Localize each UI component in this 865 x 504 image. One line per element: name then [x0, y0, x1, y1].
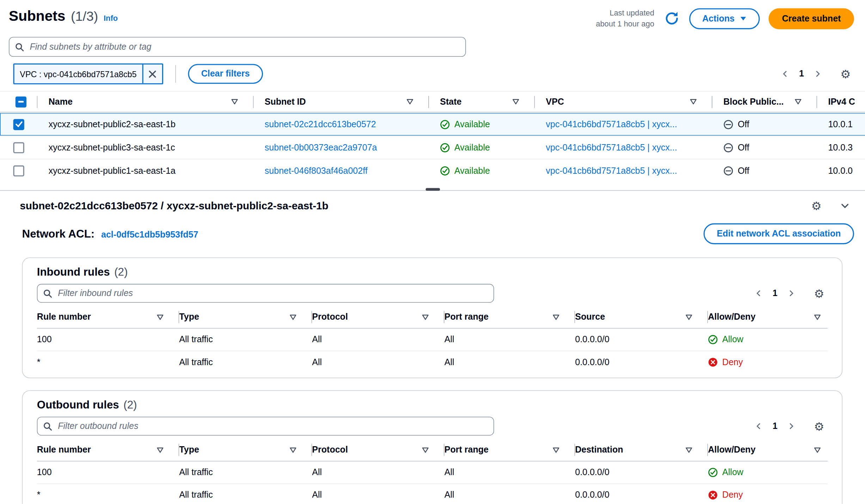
deny-icon: [708, 357, 718, 367]
outbound-settings-button[interactable]: ⚙: [811, 420, 828, 432]
subnet-id-link[interactable]: subnet-046f803af46a002ff: [265, 166, 368, 176]
column-header-allow-deny[interactable]: Allow/Deny: [708, 306, 827, 328]
off-icon: [723, 166, 733, 176]
filter-triangle-icon: [685, 447, 692, 453]
rule-source: 0.0.0.0/0: [575, 357, 708, 367]
search-icon: [43, 422, 53, 431]
current-page: 1: [799, 69, 804, 79]
selected-count: (1/3): [71, 9, 98, 24]
rule-port-range: All: [444, 490, 575, 500]
row-checkbox[interactable]: [13, 165, 24, 176]
inbound-filter[interactable]: [37, 284, 494, 303]
edit-network-acl-button[interactable]: Edit network ACL association: [704, 223, 854, 244]
create-subnet-button[interactable]: Create subnet: [769, 8, 854, 29]
gear-icon: ⚙: [814, 287, 824, 300]
rule-destination: 0.0.0.0/0: [575, 468, 708, 478]
split-panel-drag-handle[interactable]: [425, 188, 440, 191]
next-page-button[interactable]: [786, 421, 796, 431]
vpc-filter-token: VPC : vpc-041cb6bd7571a8cb5: [13, 63, 163, 84]
inbound-settings-button[interactable]: ⚙: [811, 287, 828, 300]
ipv4-cidr: 10.0.1: [817, 113, 865, 136]
filter-triangle-icon: [422, 447, 429, 453]
rule-port-range: All: [444, 468, 575, 478]
outbound-filter-input[interactable]: [57, 421, 488, 432]
rule-protocol: All: [312, 490, 444, 500]
rule-type: All traffic: [179, 357, 312, 367]
rule-port-range: All: [444, 335, 575, 345]
column-header-type[interactable]: Type: [179, 439, 312, 461]
column-header-rule-number[interactable]: Rule number: [37, 439, 179, 461]
column-header-protocol[interactable]: Protocol: [312, 306, 444, 328]
column-header-allow-deny[interactable]: Allow/Deny: [708, 439, 827, 461]
rule-row: * All traffic All All 0.0.0.0/0 Deny: [37, 484, 828, 504]
filter-triangle-icon: [685, 314, 692, 320]
block-public-value: Off: [738, 119, 749, 129]
row-checkbox[interactable]: [13, 119, 24, 130]
column-header-source[interactable]: Source: [575, 306, 708, 328]
table-row: xycxz-subnet-public3-sa-east-1c subnet-0…: [0, 136, 865, 159]
column-header-vpc[interactable]: VPC: [535, 92, 712, 112]
panel-settings-button[interactable]: ⚙: [808, 200, 825, 213]
subnet-search[interactable]: [9, 37, 466, 57]
search-row: [0, 29, 865, 57]
column-header-subnet-id[interactable]: Subnet ID: [254, 92, 429, 112]
column-header-rule-number[interactable]: Rule number: [37, 306, 179, 328]
clear-filters-button[interactable]: Clear filters: [188, 64, 263, 84]
outbound-title: Outbound rules: [37, 399, 119, 411]
prev-page-button[interactable]: [754, 288, 764, 298]
subnet-id-link[interactable]: subnet-02c21dcc613be0572: [265, 119, 376, 129]
select-all-cell: [0, 92, 37, 112]
column-header-state[interactable]: State: [429, 92, 535, 112]
column-header-port-range[interactable]: Port range: [444, 306, 575, 328]
select-all-checkbox[interactable]: [16, 96, 26, 107]
filter-triangle-icon: [552, 447, 559, 453]
column-header-protocol[interactable]: Protocol: [312, 439, 444, 461]
table-row: xycxz-subnet-public1-sa-east-1a subnet-0…: [0, 159, 865, 182]
close-icon: [148, 70, 157, 78]
table-settings-button[interactable]: ⚙: [837, 68, 854, 80]
network-acl-link[interactable]: acl-0df5c1db5b953fd57: [101, 230, 198, 240]
next-page-button[interactable]: [813, 69, 823, 79]
rule-number: *: [37, 490, 179, 500]
split-panel-divider: [0, 185, 865, 195]
inbound-count: (2): [114, 266, 128, 278]
network-acl-row: Network ACL: acl-0df5c1db5b953fd57 Edit …: [20, 223, 854, 244]
row-checkbox[interactable]: [13, 142, 24, 153]
filter-triangle-icon: [512, 99, 519, 105]
subnet-state: Available: [454, 166, 490, 176]
prev-page-button[interactable]: [780, 69, 790, 79]
column-header-ipv4[interactable]: IPv4 C: [817, 92, 865, 112]
prev-page-button[interactable]: [754, 421, 764, 431]
rule-decision: Deny: [722, 357, 743, 367]
vpc-link[interactable]: vpc-041cb6bd7571a8cb5 | xycx...: [546, 119, 677, 129]
actions-button[interactable]: Actions: [689, 8, 760, 29]
outbound-rules-card: Outbound rules (2) 1: [22, 391, 843, 504]
filter-row: VPC : vpc-041cb6bd7571a8cb5 Clear filter…: [0, 63, 865, 84]
page-title: Subnets: [9, 8, 65, 25]
filter-triangle-icon: [231, 99, 238, 105]
filter-triangle-icon: [690, 99, 697, 105]
last-updated: Last updated about 1 hour ago: [596, 8, 655, 29]
inbound-filter-input[interactable]: [57, 288, 488, 299]
next-page-button[interactable]: [786, 288, 796, 298]
vpc-link[interactable]: vpc-041cb6bd7571a8cb5 | xycx...: [546, 166, 677, 176]
page-header: Subnets (1/3) Info Last updated about 1 …: [0, 0, 865, 29]
refresh-button[interactable]: [663, 10, 680, 27]
filter-triangle-icon: [289, 314, 296, 320]
column-header-name[interactable]: Name: [37, 92, 253, 112]
subnet-id-link[interactable]: subnet-0b00373eac2a9707a: [265, 143, 377, 153]
outbound-filter[interactable]: [37, 417, 494, 436]
filter-triangle-icon: [422, 314, 429, 320]
column-header-type[interactable]: Type: [179, 306, 312, 328]
info-link[interactable]: Info: [104, 14, 118, 23]
remove-filter-button[interactable]: [143, 64, 162, 83]
column-header-destination[interactable]: Destination: [575, 439, 708, 461]
filter-triangle-icon: [157, 314, 164, 320]
collapse-panel-button[interactable]: [839, 200, 851, 212]
column-header-block-public[interactable]: Block Public...: [712, 92, 817, 112]
filter-triangle-icon: [406, 99, 413, 105]
block-public-value: Off: [738, 166, 749, 176]
column-header-port-range[interactable]: Port range: [444, 439, 575, 461]
vpc-link[interactable]: vpc-041cb6bd7571a8cb5 | xycx...: [546, 143, 677, 153]
search-input[interactable]: [29, 42, 460, 53]
